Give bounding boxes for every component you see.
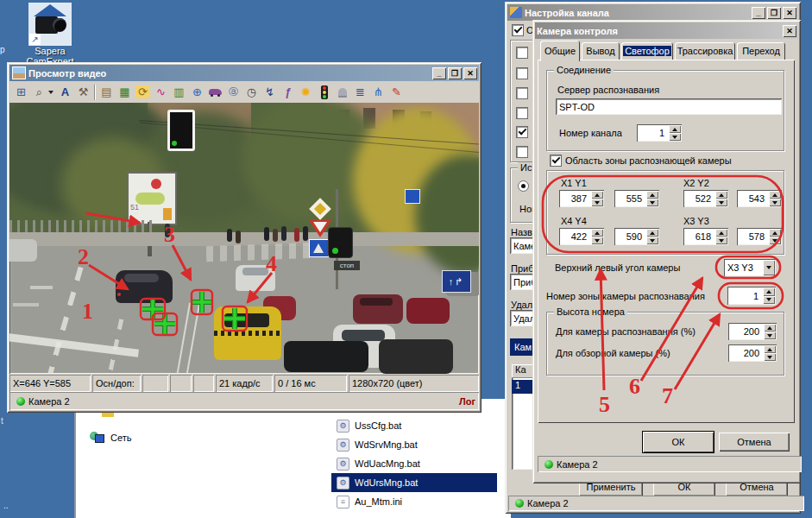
source-radio[interactable] bbox=[518, 180, 529, 192]
channel-window-titlebar[interactable]: Настройка канала _ ❐ ✕ bbox=[507, 4, 798, 21]
bulb-icon[interactable]: ✺ bbox=[297, 84, 315, 101]
spinner-up[interactable] bbox=[769, 229, 781, 237]
network-item[interactable]: Сеть bbox=[90, 432, 131, 444]
network-icon[interactable]: ⋔ bbox=[369, 84, 387, 101]
tab-obschie[interactable]: Общие bbox=[540, 41, 580, 61]
x1-spinner[interactable]: 387 bbox=[559, 190, 604, 207]
minimize-button[interactable]: _ bbox=[752, 7, 765, 19]
edit-icon[interactable]: ✎ bbox=[387, 84, 406, 101]
properties-icon[interactable]: ▤ bbox=[98, 84, 116, 101]
chart-pink-icon[interactable]: ∿ bbox=[152, 84, 170, 101]
spinner-up[interactable] bbox=[715, 229, 727, 237]
close-button[interactable]: ✕ bbox=[783, 7, 796, 19]
spinner-down[interactable] bbox=[769, 237, 781, 244]
camera-status-label: Камера 2 bbox=[527, 498, 569, 509]
option-checkbox[interactable] bbox=[516, 67, 528, 79]
folder-refresh-icon[interactable]: ⟳ bbox=[135, 85, 150, 98]
cancel-button[interactable]: Отмена bbox=[719, 433, 790, 452]
list-item-selected[interactable]: ⚙ WdUrsMng.bat bbox=[331, 473, 497, 492]
y3-spinner[interactable]: 578 bbox=[737, 228, 782, 245]
y2-spinner[interactable]: 543 bbox=[737, 190, 782, 207]
runner-icon[interactable]: ↯ bbox=[261, 84, 279, 101]
list-item[interactable]: ⚙ UssCfg.bat bbox=[331, 416, 504, 435]
spinner-up[interactable] bbox=[769, 191, 781, 199]
zone-number-spinner[interactable]: 1 bbox=[727, 287, 776, 305]
video-frame[interactable]: 51 bbox=[9, 103, 479, 374]
zoom-dropdown-icon[interactable] bbox=[48, 91, 54, 94]
top-checkbox[interactable] bbox=[512, 24, 524, 36]
spinner-down[interactable] bbox=[591, 237, 603, 244]
tab-svetofor[interactable]: Светофор bbox=[621, 42, 673, 60]
spinner-up[interactable] bbox=[669, 125, 681, 133]
spinner-down[interactable] bbox=[763, 296, 775, 305]
spinner-down[interactable] bbox=[669, 133, 681, 141]
desktop-icon-sapera[interactable]: ↗ Sapera CamExpert bbox=[19, 3, 81, 66]
spinner-down[interactable] bbox=[715, 237, 727, 244]
car-tracking-icon[interactable] bbox=[206, 84, 224, 101]
spinner-up[interactable] bbox=[764, 324, 776, 332]
list-item[interactable]: ⚙ WdSrvMng.bat bbox=[331, 435, 504, 454]
corner-dropdown[interactable]: X3 Y3 bbox=[724, 259, 776, 276]
spinner-down[interactable] bbox=[769, 199, 781, 206]
option-checkbox[interactable] bbox=[516, 87, 528, 99]
y4-spinner[interactable]: 590 bbox=[614, 228, 659, 245]
tab-perehod[interactable]: Переход bbox=[737, 42, 785, 60]
spinner-up[interactable] bbox=[591, 191, 603, 199]
spinner-down[interactable] bbox=[715, 199, 727, 206]
scene-double-line bbox=[175, 303, 200, 374]
y1-spinner[interactable]: 555 bbox=[614, 190, 659, 207]
spinner-down[interactable] bbox=[764, 353, 776, 361]
spinner-down[interactable] bbox=[646, 199, 658, 206]
spinner-up[interactable] bbox=[646, 229, 658, 237]
spinner-down[interactable] bbox=[646, 237, 658, 244]
chart-green-icon[interactable]: ▥ bbox=[170, 84, 188, 101]
camera-dialog-titlebar[interactable]: Камера контроля ✕ bbox=[535, 22, 798, 39]
traffic-light-icon[interactable] bbox=[315, 84, 333, 101]
log-link[interactable]: Лог bbox=[459, 396, 475, 407]
x3-spinner[interactable]: 618 bbox=[683, 228, 728, 245]
close-button[interactable]: ✕ bbox=[463, 67, 477, 79]
x4-spinner[interactable]: 422 bbox=[559, 228, 604, 245]
fx-icon[interactable]: ƒ bbox=[279, 84, 297, 101]
server-field[interactable]: SPT-OD bbox=[556, 98, 782, 115]
spinner-down[interactable] bbox=[764, 332, 776, 339]
ok-button[interactable]: ОК bbox=[643, 432, 714, 452]
option-checkbox[interactable] bbox=[516, 126, 528, 138]
option-checkbox[interactable] bbox=[516, 107, 528, 119]
spinner-up[interactable] bbox=[715, 191, 727, 199]
close-button[interactable]: ✕ bbox=[783, 25, 796, 37]
list-item[interactable]: ⚙ WdUacMng.bat bbox=[331, 454, 504, 473]
list-item[interactable]: ≡ Au_Mtm.ini bbox=[331, 492, 504, 511]
spinner-up[interactable] bbox=[591, 229, 603, 237]
maximize-button[interactable]: ❐ bbox=[767, 7, 781, 19]
channel-number-spinner[interactable]: 1 bbox=[637, 124, 682, 142]
recog-height-spinner[interactable]: 200 bbox=[728, 323, 777, 340]
spinner-down[interactable] bbox=[591, 199, 603, 206]
tools-icon[interactable]: ⚒ bbox=[74, 84, 92, 101]
film-settings-icon[interactable]: ▦ bbox=[116, 84, 134, 101]
video-window-titlebar[interactable]: Просмотр видео _ ❐ ✕ bbox=[9, 65, 479, 81]
filmstrip-icon[interactable]: ≣ bbox=[351, 84, 369, 101]
option-checkbox[interactable] bbox=[516, 146, 528, 158]
spinner-up[interactable] bbox=[764, 345, 776, 353]
bell-icon[interactable] bbox=[333, 84, 351, 101]
timer-icon[interactable]: ◷ bbox=[242, 84, 261, 101]
zoom-icon[interactable]: ⌕ bbox=[30, 84, 48, 101]
globe-icon[interactable]: ⊕ bbox=[188, 84, 206, 101]
dropdown-arrow[interactable] bbox=[763, 260, 775, 275]
spinner-up[interactable] bbox=[763, 287, 775, 296]
xy-panel-icon[interactable]: ⊞ bbox=[12, 84, 30, 101]
minimize-button[interactable]: _ bbox=[432, 67, 446, 79]
option-checkbox[interactable] bbox=[516, 47, 528, 59]
overview-height-spinner[interactable]: 200 bbox=[728, 344, 777, 362]
zone-area-checkbox[interactable] bbox=[550, 155, 562, 167]
scene-traffic-light bbox=[328, 227, 353, 258]
text-tool-icon[interactable]: A bbox=[56, 84, 74, 101]
tab-trassirovka[interactable]: Трассировка bbox=[675, 42, 735, 60]
x2-spinner[interactable]: 522 bbox=[683, 190, 728, 207]
spinner-up[interactable] bbox=[646, 191, 658, 199]
maximize-button[interactable]: ❐ bbox=[448, 67, 462, 79]
tab-vyvod[interactable]: Вывод bbox=[582, 42, 620, 60]
osn-dop-label: Осн/доп: bbox=[92, 375, 141, 392]
image-region-icon[interactable]: ⓐ bbox=[224, 84, 242, 101]
